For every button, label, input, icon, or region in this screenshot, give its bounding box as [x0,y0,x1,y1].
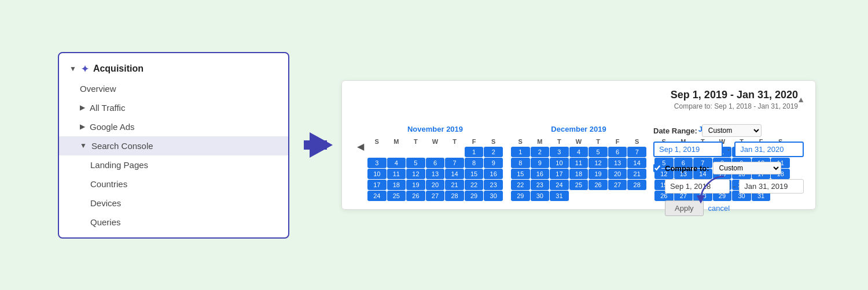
calendar-header-cell: T [550,137,569,146]
calendar-day-cell[interactable]: 18 [387,180,406,190]
calendar-day-cell[interactable]: 26 [406,191,425,201]
calendar-day-cell[interactable]: 14 [445,169,464,179]
calendar-header-cell: S [627,137,646,146]
apply-button[interactable]: Apply [665,200,704,216]
calendar-day-cell [608,191,627,201]
calendar-day-cell[interactable]: 20 [426,180,445,190]
sidebar-item-google-ads[interactable]: ▶ Google Ads [59,117,288,136]
sidebar-item-landing-pages[interactable]: Landing Pages [59,155,288,174]
sidebar-item-all-traffic[interactable]: ▶ All Traffic [59,98,288,117]
sidebar-label-countries: Countries [90,179,127,189]
calendar-day-cell[interactable]: 12 [589,158,608,168]
calendar-day-cell[interactable]: 10 [550,158,569,168]
calendar-day-cell[interactable]: 21 [627,169,646,179]
calendar-day-cell [387,147,406,157]
calendar-prev-button[interactable]: ◀ [354,125,367,152]
calendar-day-cell[interactable]: 13 [426,169,445,179]
compare-to-select[interactable]: Custom Previous period Previous year [713,162,781,174]
calendar-day-cell[interactable]: 6 [608,147,627,157]
calendar-day-cell[interactable]: 15 [511,169,530,179]
calendar-day-cell[interactable]: 28 [627,180,646,190]
calendar-day-cell[interactable]: 24 [550,180,569,190]
calendar-day-cell[interactable]: 30 [484,191,503,201]
sidebar-item-search-console[interactable]: ▼ Search Console [59,136,288,155]
date-inputs-row: - [653,142,804,157]
sidebar-item-countries[interactable]: Countries [59,174,288,194]
header-compare-range: Compare to: Sep 1, 2018 - Jan 31, 2019 [671,102,798,110]
all-traffic-arrow: ▶ [80,103,85,111]
calendar-day-cell[interactable]: 21 [445,180,464,190]
date-separator: - [727,145,730,154]
date-from-input[interactable] [653,142,723,157]
calendar-day-cell[interactable]: 2 [484,147,503,157]
sidebar-item-overview[interactable]: Overview [59,79,288,98]
calendar-day-cell[interactable]: 5 [589,147,608,157]
calendar-day-cell[interactable]: 4 [387,158,406,168]
calendar-day-cell[interactable]: 23 [484,180,503,190]
calendar-day-cell[interactable]: 3 [367,158,387,168]
calendar-day-cell[interactable]: 22 [465,180,484,190]
calendar-day-cell[interactable]: 29 [465,191,484,201]
calendar-day-cell[interactable]: 9 [484,158,503,168]
calendar-day-cell[interactable]: 9 [531,158,550,168]
calendar-day-cell[interactable]: 12 [406,169,425,179]
header-date-range: Sep 1, 2019 - Jan 31, 2020 [671,89,798,101]
calendar-day-cell[interactable]: 14 [627,158,646,168]
calendar-header-cell: S [367,137,387,146]
calendar-day-cell[interactable]: 15 [465,169,484,179]
calendar-day-cell [367,147,387,157]
calendar-day-cell[interactable]: 2 [531,147,550,157]
calendar-day-cell[interactable]: 25 [387,191,406,201]
date-to-input[interactable] [734,142,804,157]
calendar-day-cell[interactable]: 5 [406,158,425,168]
calendar-day-cell[interactable]: 17 [367,180,387,190]
calendar-day-cell[interactable]: 16 [531,169,550,179]
calendar-day-cell[interactable]: 16 [484,169,503,179]
calendar-day-cell[interactable]: 8 [465,158,484,168]
compare-checkbox[interactable] [653,164,661,172]
calendar-day-cell[interactable]: 25 [569,180,589,190]
date-range-select[interactable]: Custom Last 7 days Last 30 days [702,124,762,137]
calendar-day-cell[interactable]: 3 [550,147,569,157]
calendar-day-cell[interactable]: 30 [531,191,550,201]
compare-date-separator: - [733,182,736,191]
calendar-day-cell[interactable]: 7 [627,147,646,157]
calendar-day-cell[interactable]: 28 [445,191,464,201]
action-row: Apply cancel [665,200,804,216]
calendar-day-cell[interactable]: 6 [426,158,445,168]
scroll-up-arrow[interactable]: ▲ [797,95,805,104]
calendar-day-cell[interactable]: 20 [608,169,627,179]
calendar-day-cell[interactable]: 27 [608,180,627,190]
sidebar-item-queries[interactable]: Queries [59,213,288,232]
calendar-day-cell[interactable]: 11 [569,158,589,168]
calendar-day-cell[interactable]: 13 [608,158,627,168]
calendar-day-cell[interactable]: 23 [531,180,550,190]
sidebar-label-overview: Overview [80,84,116,94]
calendar-day-cell[interactable]: 10 [367,169,387,179]
calendar-day-cell[interactable]: 11 [387,169,406,179]
right-arrow-shape [310,132,333,158]
compare-from-input[interactable] [665,179,730,194]
calendar-day-cell[interactable]: 8 [511,158,530,168]
compare-to-label: Compare to: [665,164,709,173]
calendar-day-cell[interactable]: 24 [367,191,387,201]
calendar-day-cell[interactable]: 29 [511,191,530,201]
cancel-button[interactable]: cancel [708,204,730,213]
calendar-day-cell[interactable]: 18 [569,169,589,179]
calendar-day-cell[interactable]: 19 [406,180,425,190]
compare-to-input[interactable] [739,179,804,194]
calendar-day-cell[interactable]: 26 [589,180,608,190]
calendar-day-cell[interactable]: 7 [445,158,464,168]
calendar-day-cell[interactable]: 31 [550,191,569,201]
sidebar-item-acquisition[interactable]: ▼ ✦ Acquisition [59,59,288,79]
calendar-day-cell[interactable]: 1 [511,147,530,157]
calendar-day-cell[interactable]: 17 [550,169,569,179]
calendar-day-cell[interactable]: 22 [511,180,530,190]
sidebar-item-devices[interactable]: Devices [59,194,288,213]
calendar-day-cell[interactable]: 4 [569,147,589,157]
calendar-title-0: November 2019 [367,125,503,133]
calendar-day-cell[interactable]: 19 [589,169,608,179]
calendar-day-cell[interactable]: 27 [426,191,445,201]
calendar-day-cell [426,147,445,157]
calendar-day-cell[interactable]: 1 [465,147,484,157]
